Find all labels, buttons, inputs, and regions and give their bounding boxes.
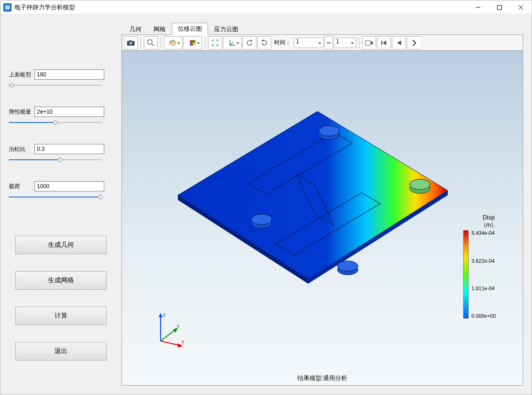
svg-line-11 bbox=[152, 44, 154, 46]
legend-tick: 3.622e-04 bbox=[471, 258, 496, 264]
skip-start-icon[interactable] bbox=[377, 36, 391, 49]
viewer-frame: 时间： 1 1 bbox=[121, 34, 523, 386]
svg-point-36 bbox=[251, 214, 272, 225]
legend-tick: 0.000e+00 bbox=[471, 313, 496, 319]
sidebar: 上面板型 弹性模量 泊松比 载荷 bbox=[0, 14, 121, 395]
svg-point-13 bbox=[170, 41, 172, 43]
svg-marker-42 bbox=[159, 313, 162, 317]
compute-button[interactable]: 计算 bbox=[15, 306, 107, 325]
window-title: 电子秤静力学分析模型 bbox=[14, 3, 75, 12]
tab-displacement[interactable]: 位移云图 bbox=[172, 23, 208, 35]
play-reverse-icon[interactable] bbox=[392, 36, 406, 49]
legend-title-2: （m） bbox=[480, 221, 498, 228]
svg-rect-17 bbox=[190, 40, 193, 43]
app-icon bbox=[3, 3, 12, 12]
svg-rect-2 bbox=[5, 8, 10, 9]
fit-view-icon[interactable] bbox=[208, 36, 222, 49]
svg-marker-27 bbox=[178, 111, 448, 279]
param-slider-elastic-modulus[interactable] bbox=[9, 119, 102, 126]
time-step-scrubber[interactable] bbox=[324, 36, 333, 49]
legend-bar bbox=[463, 230, 469, 319]
svg-rect-24 bbox=[327, 42, 330, 43]
rotate-cw-icon[interactable] bbox=[257, 36, 271, 49]
svg-line-23 bbox=[230, 42, 233, 45]
param-label-load: 载荷 bbox=[9, 183, 33, 191]
param-label-poisson: 泊松比 bbox=[9, 145, 33, 153]
viewer-toolbar: 时间： 1 1 bbox=[122, 35, 523, 51]
svg-rect-4 bbox=[498, 5, 502, 9]
svg-line-47 bbox=[161, 341, 181, 346]
legend-title-1: Disp bbox=[483, 214, 495, 221]
param-label-top-plate: 上面板型 bbox=[9, 71, 33, 79]
svg-point-10 bbox=[148, 40, 152, 44]
model-plate bbox=[168, 97, 448, 293]
svg-point-34 bbox=[319, 126, 339, 136]
record-icon[interactable] bbox=[362, 36, 376, 49]
legend-tick: 5.434e-04 bbox=[471, 230, 496, 236]
svg-rect-1 bbox=[5, 7, 10, 8]
svg-text:y: y bbox=[177, 323, 180, 328]
svg-point-16 bbox=[174, 42, 175, 44]
titlebar: 电子秤静力学分析模型 bbox=[0, 0, 532, 14]
viewport-caption: 结果模型:通用分析 bbox=[122, 374, 523, 382]
svg-point-9 bbox=[129, 42, 132, 45]
svg-rect-26 bbox=[381, 41, 382, 45]
minimize-button[interactable] bbox=[467, 0, 489, 14]
svg-rect-25 bbox=[365, 41, 370, 45]
svg-point-40 bbox=[410, 179, 430, 190]
svg-rect-0 bbox=[5, 6, 10, 7]
param-input-load[interactable] bbox=[34, 181, 104, 191]
svg-rect-20 bbox=[193, 43, 195, 46]
legend-tick: 1.811e-04 bbox=[471, 286, 496, 291]
svg-point-38 bbox=[337, 261, 358, 271]
viewport-3d[interactable]: z y x Disp （m） bbox=[122, 51, 523, 385]
generate-mesh-button[interactable]: 生成网格 bbox=[15, 271, 107, 290]
param-slider-top-plate[interactable] bbox=[9, 82, 102, 89]
param-input-poisson[interactable] bbox=[34, 144, 104, 154]
axes-gizmo: z y x bbox=[154, 311, 191, 348]
tab-geometry[interactable]: 几何 bbox=[123, 23, 148, 35]
param-input-elastic-modulus[interactable] bbox=[34, 107, 104, 117]
step-select[interactable]: 1 bbox=[334, 38, 356, 48]
param-slider-poisson[interactable] bbox=[9, 156, 102, 163]
tab-stress[interactable]: 应力云图 bbox=[208, 23, 244, 35]
svg-rect-18 bbox=[193, 40, 195, 43]
svg-rect-19 bbox=[190, 43, 193, 46]
time-label: 时间： bbox=[274, 39, 291, 47]
param-label-elastic-modulus: 弹性模量 bbox=[9, 108, 33, 116]
axes-dropdown-icon[interactable] bbox=[223, 36, 242, 49]
exit-button[interactable]: 退出 bbox=[15, 342, 107, 361]
svg-point-14 bbox=[172, 41, 173, 42]
close-button[interactable] bbox=[510, 0, 532, 14]
zoom-icon[interactable] bbox=[144, 36, 158, 49]
svg-text:x: x bbox=[182, 339, 184, 344]
generate-geometry-button[interactable]: 生成几何 bbox=[15, 236, 107, 254]
tab-bar: 几何 网格 位移云图 应力云图 bbox=[121, 24, 532, 35]
svg-rect-8 bbox=[129, 40, 132, 41]
param-input-top-plate[interactable] bbox=[34, 69, 104, 80]
maximize-button[interactable] bbox=[489, 0, 510, 14]
tab-mesh[interactable]: 网格 bbox=[148, 23, 172, 35]
rotate-ccw-icon[interactable] bbox=[242, 36, 256, 49]
svg-line-44 bbox=[161, 329, 176, 341]
camera-icon[interactable] bbox=[124, 36, 138, 49]
toolbar-overflow-icon[interactable] bbox=[407, 36, 421, 49]
svg-marker-45 bbox=[173, 328, 178, 333]
param-slider-load[interactable] bbox=[9, 193, 102, 201]
palette-dropdown-icon[interactable] bbox=[164, 36, 182, 49]
time-select[interactable]: 1 bbox=[294, 38, 323, 48]
cube-dropdown-icon[interactable] bbox=[183, 36, 202, 49]
svg-point-15 bbox=[174, 41, 175, 42]
color-legend: Disp （m） 5.434e-04 3.622e-04 1.811e-04 0… bbox=[463, 214, 514, 319]
svg-text:z: z bbox=[163, 312, 166, 317]
